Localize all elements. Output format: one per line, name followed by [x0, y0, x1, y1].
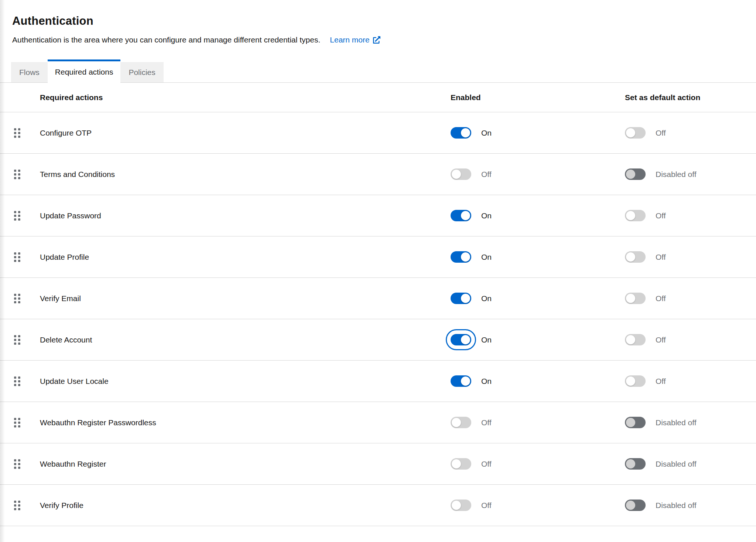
required-actions-table: Required actions Enabled Set as default … — [0, 83, 756, 526]
default-action-toggle-label: Off — [656, 211, 666, 220]
default-action-toggle[interactable] — [625, 210, 646, 221]
page-header: Authentication Authentication is the are… — [0, 0, 756, 45]
drag-handle-icon[interactable] — [14, 418, 20, 427]
required-action-name: Delete Account — [40, 335, 92, 344]
required-action-name: Webauthn Register Passwordless — [40, 418, 156, 427]
table-row: Update Password On Off — [0, 195, 756, 236]
default-action-toggle[interactable] — [625, 334, 646, 345]
enabled-toggle-label: Off — [481, 170, 492, 179]
drag-handle-icon[interactable] — [14, 211, 20, 221]
drag-handle-icon[interactable] — [14, 335, 20, 345]
external-link-icon — [373, 36, 380, 44]
required-action-name: Verify Email — [40, 294, 81, 303]
default-action-toggle-label: Disabled off — [656, 501, 697, 510]
enabled-toggle-label: On — [481, 377, 492, 386]
enabled-toggle-label: Off — [481, 501, 492, 510]
required-action-name: Terms and Conditions — [40, 170, 115, 179]
enabled-toggle[interactable] — [451, 168, 471, 180]
required-action-name: Update Password — [40, 211, 101, 220]
column-header-required-actions: Required actions — [0, 93, 451, 102]
drag-handle-icon[interactable] — [14, 294, 20, 303]
authentication-page: Authentication Authentication is the are… — [0, 0, 756, 542]
default-action-toggle-label: Off — [656, 377, 666, 386]
column-header-set-as-default-action: Set as default action — [625, 93, 756, 102]
enabled-toggle-label: On — [481, 294, 492, 303]
default-action-toggle[interactable] — [625, 251, 646, 263]
table-row: Webauthn Register Passwordless Off Disab… — [0, 402, 756, 443]
tabs-bar: Flows Required actions Policies — [0, 61, 756, 83]
enabled-toggle-label: Off — [481, 460, 492, 468]
default-action-toggle-label: Disabled off — [656, 170, 697, 179]
enabled-toggle[interactable] — [451, 251, 471, 263]
table-body: Configure OTP On Off Terms and Condition… — [0, 112, 756, 526]
tab-policies[interactable]: Policies — [120, 62, 163, 82]
table-row: Webauthn Register Off Disabled off — [0, 443, 756, 485]
default-action-toggle[interactable] — [625, 127, 646, 139]
required-action-name: Update User Locale — [40, 377, 109, 386]
required-action-name: Verify Profile — [40, 501, 83, 510]
enabled-toggle-label: On — [481, 211, 492, 220]
default-action-toggle[interactable] — [625, 417, 646, 428]
table-row: Verify Email On Off — [0, 278, 756, 319]
default-action-toggle-label: Disabled off — [656, 418, 697, 427]
table-row: Verify Profile Off Disabled off — [0, 485, 756, 526]
enabled-toggle[interactable] — [451, 293, 471, 304]
required-action-name: Update Profile — [40, 253, 89, 262]
table-row: Delete Account On Off — [0, 319, 756, 361]
table-row: Update Profile On Off — [0, 236, 756, 278]
required-action-name: Configure OTP — [40, 129, 92, 137]
column-header-enabled: Enabled — [451, 93, 625, 102]
learn-more-link[interactable]: Learn more — [330, 35, 380, 44]
tab-flows[interactable]: Flows — [11, 62, 48, 82]
enabled-toggle-label: On — [481, 335, 492, 344]
default-action-toggle[interactable] — [625, 458, 646, 470]
drag-handle-icon[interactable] — [14, 459, 20, 469]
enabled-toggle[interactable] — [451, 210, 471, 221]
enabled-toggle[interactable] — [451, 334, 471, 345]
enabled-toggle-label: On — [481, 253, 492, 262]
enabled-toggle[interactable] — [451, 500, 471, 511]
default-action-toggle-label: Off — [656, 253, 666, 262]
page-title: Authentication — [12, 13, 741, 29]
default-action-toggle-label: Off — [656, 129, 666, 137]
default-action-toggle-label: Off — [656, 294, 666, 303]
table-row: Configure OTP On Off — [0, 112, 756, 154]
enabled-toggle-label: On — [481, 129, 492, 137]
default-action-toggle[interactable] — [625, 293, 646, 304]
table-header-row: Required actions Enabled Set as default … — [0, 83, 756, 112]
enabled-toggle-label: Off — [481, 418, 492, 427]
default-action-toggle[interactable] — [625, 500, 646, 511]
drag-handle-icon[interactable] — [14, 376, 20, 386]
default-action-toggle-label: Off — [656, 335, 666, 344]
enabled-toggle[interactable] — [451, 417, 471, 428]
default-action-toggle[interactable] — [625, 375, 646, 387]
table-row: Terms and Conditions Off Disabled off — [0, 154, 756, 195]
default-action-toggle-label: Disabled off — [656, 460, 697, 468]
page-description: Authentication is the area where you can… — [12, 35, 320, 44]
default-action-toggle[interactable] — [625, 168, 646, 180]
enabled-toggle[interactable] — [451, 375, 471, 387]
required-action-name: Webauthn Register — [40, 460, 106, 468]
enabled-toggle[interactable] — [451, 458, 471, 470]
drag-handle-icon[interactable] — [14, 128, 20, 138]
enabled-toggle[interactable] — [451, 127, 471, 139]
learn-more-label: Learn more — [330, 35, 369, 44]
table-row: Update User Locale On Off — [0, 361, 756, 402]
tab-required-actions[interactable]: Required actions — [48, 59, 121, 83]
drag-handle-icon[interactable] — [14, 170, 20, 179]
drag-handle-icon[interactable] — [14, 501, 20, 510]
drag-handle-icon[interactable] — [14, 252, 20, 262]
